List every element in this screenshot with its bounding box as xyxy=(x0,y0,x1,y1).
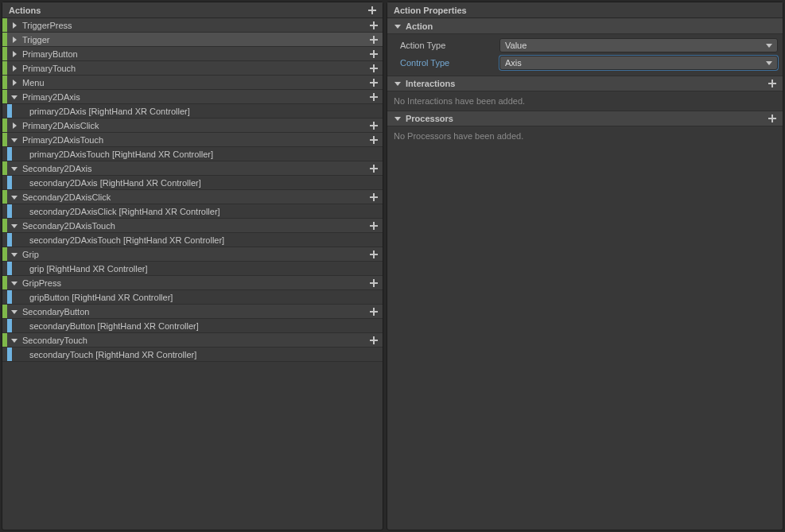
binding-stripe xyxy=(7,104,12,118)
add-binding-button[interactable] xyxy=(368,34,379,45)
add-binding-button[interactable] xyxy=(368,278,379,289)
action-row[interactable]: Secondary2DAxisClick xyxy=(2,190,383,204)
foldout-icon[interactable] xyxy=(10,278,19,288)
section-header-processors[interactable]: Processors xyxy=(387,111,783,126)
action-row[interactable]: TriggerPress xyxy=(2,18,383,33)
action-row[interactable]: PrimaryButton xyxy=(2,47,383,61)
binding-row[interactable]: secondary2DAxisClick [RightHand XR Contr… xyxy=(2,204,383,219)
add-binding-button[interactable] xyxy=(368,220,379,231)
binding-row[interactable]: grip [RightHand XR Controller] xyxy=(2,262,383,276)
actions-panel-title: Actions xyxy=(9,6,367,15)
action-row[interactable]: Primary2DAxisTouch xyxy=(2,133,383,147)
section-header-action[interactable]: Action xyxy=(387,18,783,34)
binding-row[interactable]: secondaryButton [RightHand XR Controller… xyxy=(2,319,383,333)
foldout-icon[interactable] xyxy=(10,92,19,102)
foldout-icon[interactable] xyxy=(10,35,19,45)
action-label: GripPress xyxy=(21,278,368,288)
binding-row[interactable]: primary2DAxisTouch [RightHand XR Control… xyxy=(2,147,383,161)
add-binding-button[interactable] xyxy=(368,20,379,31)
binding-label: primary2DAxis [RightHand XR Controller] xyxy=(26,107,379,116)
action-row[interactable]: Grip xyxy=(2,247,383,262)
add-binding-button[interactable] xyxy=(368,91,379,103)
add-binding-button[interactable] xyxy=(368,77,379,88)
action-stripe xyxy=(2,76,7,89)
action-stripe xyxy=(2,33,7,46)
section-title-action: Action xyxy=(406,21,433,31)
action-row[interactable]: Secondary2DAxisTouch xyxy=(2,219,383,233)
add-action-button[interactable] xyxy=(367,5,378,16)
add-binding-button[interactable] xyxy=(368,63,379,74)
binding-row[interactable]: secondaryTouch [RightHand XR Controller] xyxy=(2,348,383,362)
add-binding-button[interactable] xyxy=(368,192,379,203)
binding-label: secondaryButton [RightHand XR Controller… xyxy=(26,321,379,331)
binding-row[interactable]: gripButton [RightHand XR Controller] xyxy=(2,290,383,305)
action-label: Secondary2DAxisClick xyxy=(21,192,368,202)
actions-panel: Actions TriggerPressTriggerPrimaryButton… xyxy=(2,2,383,530)
action-label: Primary2DAxisTouch xyxy=(21,135,368,145)
binding-row[interactable]: secondary2DAxisTouch [RightHand XR Contr… xyxy=(2,233,383,247)
chevron-down-icon xyxy=(766,41,772,50)
section-header-interactions[interactable]: Interactions xyxy=(387,76,783,91)
add-binding-button[interactable] xyxy=(368,249,379,260)
foldout-icon[interactable] xyxy=(10,21,19,30)
action-label: TriggerPress xyxy=(21,21,368,30)
foldout-icon[interactable] xyxy=(10,78,19,87)
binding-stripe xyxy=(7,176,12,189)
action-label: Secondary2DAxis xyxy=(21,164,368,173)
foldout-icon[interactable] xyxy=(10,307,19,316)
properties-panel: Action Properties Action Action Type Val… xyxy=(387,2,783,530)
section-body-action: Action Type Value Control Type Axis xyxy=(387,34,783,76)
binding-row[interactable]: primary2DAxis [RightHand XR Controller] xyxy=(2,104,383,118)
dropdown-action-type[interactable]: Value xyxy=(499,38,778,52)
action-label: Trigger xyxy=(21,35,368,45)
add-binding-button[interactable] xyxy=(368,120,379,131)
dropdown-control-type[interactable]: Axis xyxy=(499,56,778,70)
action-row[interactable]: Trigger xyxy=(2,33,383,47)
binding-row[interactable]: secondary2DAxis [RightHand XR Controller… xyxy=(2,176,383,190)
foldout-icon[interactable] xyxy=(10,336,19,345)
binding-label: secondaryTouch [RightHand XR Controller] xyxy=(26,350,379,359)
plus-icon xyxy=(768,115,776,122)
action-stripe xyxy=(2,133,7,146)
action-row[interactable]: Primary2DAxisClick xyxy=(2,118,383,133)
add-binding-button[interactable] xyxy=(368,335,379,346)
action-label: Primary2DAxisClick xyxy=(21,121,368,130)
add-processor-button[interactable] xyxy=(767,113,778,124)
interactions-empty-message: No Interactions have been added. xyxy=(387,91,783,111)
actions-list[interactable]: TriggerPressTriggerPrimaryButtonPrimaryT… xyxy=(2,18,383,530)
action-row[interactable]: Secondary2DAxis xyxy=(2,161,383,176)
action-row[interactable]: GripPress xyxy=(2,276,383,290)
action-stripe xyxy=(2,333,7,347)
action-row[interactable]: PrimaryTouch xyxy=(2,61,383,76)
foldout-icon[interactable] xyxy=(10,164,19,173)
action-stripe xyxy=(2,118,7,132)
field-action-type: Action Type Value xyxy=(392,37,778,53)
foldout-icon[interactable] xyxy=(10,135,19,145)
foldout-icon[interactable] xyxy=(10,250,19,259)
action-label: Secondary2DAxisTouch xyxy=(21,221,368,231)
foldout-icon[interactable] xyxy=(10,221,19,231)
action-stripe xyxy=(2,18,7,32)
add-binding-button[interactable] xyxy=(368,134,379,146)
action-row[interactable]: Menu xyxy=(2,76,383,90)
foldout-icon xyxy=(393,114,402,123)
action-row[interactable]: SecondaryButton xyxy=(2,305,383,319)
action-label: PrimaryButton xyxy=(21,49,368,59)
add-binding-button[interactable] xyxy=(368,163,379,174)
action-stripe xyxy=(2,61,7,75)
plus-icon xyxy=(368,6,376,14)
add-binding-button[interactable] xyxy=(368,49,379,60)
processors-empty-message: No Processors have been added. xyxy=(387,126,783,146)
action-row[interactable]: Primary2DAxis xyxy=(2,90,383,104)
properties-panel-title: Action Properties xyxy=(394,6,778,15)
foldout-icon[interactable] xyxy=(10,192,19,202)
action-label: Grip xyxy=(21,250,368,259)
action-row[interactable]: SecondaryTouch xyxy=(2,333,383,348)
binding-stripe xyxy=(7,262,12,275)
dropdown-value: Value xyxy=(505,41,527,50)
foldout-icon[interactable] xyxy=(10,64,19,73)
foldout-icon[interactable] xyxy=(10,49,19,59)
add-binding-button[interactable] xyxy=(368,306,379,317)
foldout-icon[interactable] xyxy=(10,121,19,130)
add-interaction-button[interactable] xyxy=(767,78,778,89)
